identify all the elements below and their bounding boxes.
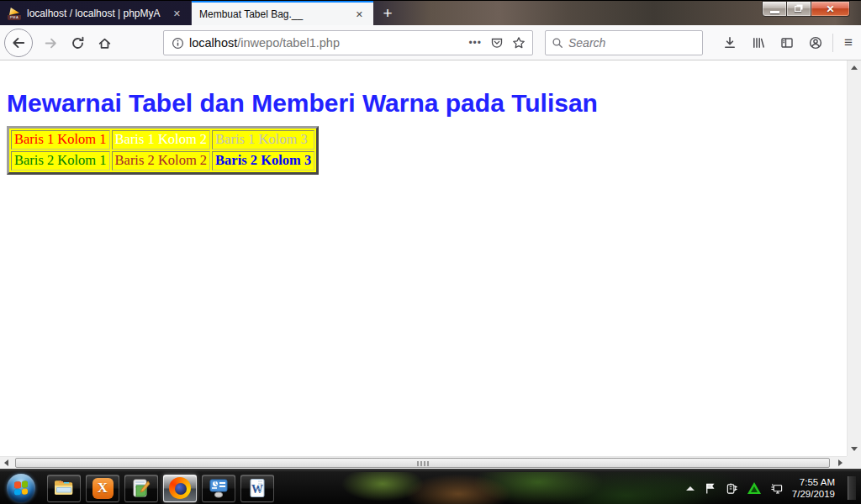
scroll-thumb-grip <box>417 461 429 466</box>
close-icon: ✕ <box>811 2 849 16</box>
forward-arrow-icon <box>44 36 58 50</box>
taskbar: X W <box>0 472 861 504</box>
account-button[interactable] <box>804 31 827 54</box>
safely-remove-hardware-button[interactable] <box>726 482 738 495</box>
system-tray: 7:55 AM 7/29/2019 <box>686 476 861 500</box>
search-bar[interactable] <box>545 30 703 55</box>
xampp-icon: X <box>92 478 114 499</box>
home-button[interactable] <box>92 31 116 55</box>
scroll-down-icon[interactable] <box>851 447 858 451</box>
page-heading: Mewarnai Tabel dan Memberi Warna pada Tu… <box>7 89 847 118</box>
scroll-left-icon[interactable] <box>4 459 8 466</box>
forward-button[interactable] <box>39 31 62 55</box>
scroll-up-icon[interactable] <box>851 66 858 70</box>
bookmark-star-icon[interactable] <box>512 36 526 50</box>
reload-icon <box>71 36 85 50</box>
restore-button[interactable] <box>787 1 811 17</box>
close-button[interactable]: ✕ <box>811 1 850 17</box>
page-actions-icon[interactable]: ••• <box>468 37 482 49</box>
account-icon <box>809 36 822 50</box>
sidebars-button[interactable] <box>775 31 798 54</box>
action-center-button[interactable] <box>704 482 716 495</box>
taskbar-windows-explorer-button[interactable] <box>47 475 81 502</box>
library-icon <box>752 36 765 50</box>
flag-icon <box>704 482 716 495</box>
tab-title: localhost / localhost | phpMyA <box>27 8 165 19</box>
restore-icon <box>795 6 801 12</box>
url-path: /inwepo/tabel1.php <box>237 36 340 50</box>
tab-close-icon[interactable]: ✕ <box>353 8 366 22</box>
menu-button[interactable]: ≡ <box>839 34 858 51</box>
taskbar-xampp-control-panel-button[interactable] <box>202 475 235 502</box>
navigation-toolbar: localhost/inwepo/tabel1.php ••• ≡ <box>0 25 861 60</box>
reload-button[interactable] <box>66 31 89 55</box>
chevron-up-icon <box>686 486 695 491</box>
tab-phpmyadmin[interactable]: localhost / localhost | phpMyA ✕ <box>0 1 192 26</box>
minimize-button[interactable] <box>762 1 787 17</box>
sidebar-icon <box>780 36 794 50</box>
table-row: Baris 1 Kolom 1Baris 1 Kolom 2Baris 1 Ko… <box>11 130 314 150</box>
window-controls: ✕ <box>762 1 850 17</box>
download-icon <box>723 36 737 50</box>
toolbar-right-icons: ≡ <box>718 31 858 54</box>
back-button[interactable] <box>4 29 33 57</box>
horizontal-scrollbar[interactable] <box>0 456 847 469</box>
taskbar-xampp-button[interactable]: X <box>86 475 119 502</box>
table-cell: Baris 2 Kolom 1 <box>11 151 110 171</box>
show-desktop-button[interactable] <box>848 476 856 500</box>
start-button[interactable] <box>7 474 35 502</box>
table-cell: Baris 1 Kolom 3 <box>212 130 314 150</box>
scroll-right-icon[interactable] <box>838 459 843 466</box>
url-actions: ••• <box>468 36 526 50</box>
scrollbar-corner <box>847 456 861 469</box>
vertical-scrollbar[interactable] <box>847 60 861 456</box>
tab-current[interactable]: Membuat Tabel Bag.__ ✕ <box>192 1 373 26</box>
network-icon <box>770 482 783 495</box>
search-icon <box>552 37 563 49</box>
new-tab-button[interactable]: + <box>375 3 400 24</box>
url-text[interactable]: localhost/inwepo/tabel1.php <box>189 36 468 50</box>
browser-content: Mewarnai Tabel dan Memberi Warna pada Tu… <box>0 60 861 469</box>
show-hidden-icons-button[interactable] <box>686 486 695 491</box>
taskbar-word-button[interactable]: W <box>240 475 274 502</box>
xampp-control-panel-icon <box>208 477 230 499</box>
home-icon <box>98 36 112 50</box>
taskbar-firefox-button[interactable] <box>163 475 197 502</box>
smadav-antivirus-button[interactable] <box>747 482 761 494</box>
search-input[interactable] <box>568 36 696 50</box>
tab-close-icon[interactable]: ✕ <box>171 7 183 21</box>
clock-time: 7:55 AM <box>792 476 835 488</box>
table-cell: Baris 1 Kolom 2 <box>112 130 211 150</box>
firefox-icon <box>169 477 191 499</box>
page-info-icon[interactable] <box>172 37 184 50</box>
usb-plug-icon <box>726 482 738 495</box>
taskbar-notepad-plus-plus-button[interactable] <box>124 475 158 502</box>
content-table: Baris 1 Kolom 1Baris 1 Kolom 2Baris 1 Ko… <box>7 126 319 175</box>
content-table-body: Baris 1 Kolom 1Baris 1 Kolom 2Baris 1 Ko… <box>11 130 314 171</box>
network-button[interactable] <box>770 482 783 495</box>
phpmyadmin-icon <box>8 7 21 20</box>
table-cell: Baris 1 Kolom 1 <box>11 130 110 150</box>
table-row: Baris 2 Kolom 1Baris 2 Kolom 2Baris 2 Ko… <box>11 151 314 171</box>
table-cell: Baris 2 Kolom 2 <box>112 151 211 171</box>
table-cell: Baris 2 Kolom 3 <box>212 151 314 171</box>
tab-title: Membuat Tabel Bag.__ <box>199 8 347 20</box>
smadav-triangle-icon <box>747 482 761 494</box>
word-icon: W <box>246 477 268 499</box>
minimize-icon <box>770 11 779 13</box>
url-bar[interactable]: localhost/inwepo/tabel1.php ••• <box>163 30 533 55</box>
pocket-icon[interactable] <box>490 36 504 50</box>
notepad-plus-plus-icon <box>130 477 152 499</box>
back-arrow-icon <box>11 35 26 50</box>
windows-logo-icon <box>14 480 28 495</box>
web-page: Mewarnai Tabel dan Memberi Warna pada Tu… <box>0 60 847 456</box>
toolbar-separator <box>832 34 833 52</box>
horizontal-scroll-thumb[interactable] <box>15 458 830 468</box>
library-button[interactable] <box>747 31 769 54</box>
titlebar: localhost / localhost | phpMyA ✕ Membuat… <box>0 0 861 25</box>
downloads-button[interactable] <box>718 31 741 54</box>
windows-explorer-icon <box>53 477 75 499</box>
url-host: localhost <box>189 36 237 50</box>
taskbar-clock[interactable]: 7:55 AM 7/29/2019 <box>792 476 835 500</box>
clock-date: 7/29/2019 <box>792 488 835 500</box>
